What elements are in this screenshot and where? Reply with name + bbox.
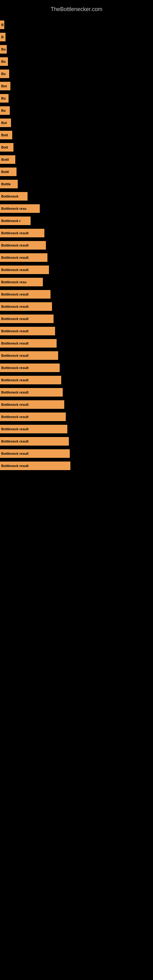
bar-label: Bottleneck resu [0,204,40,213]
bar-label: B [0,33,5,41]
bar-label: Bottl [0,167,16,176]
bar-row: Bot [0,80,153,92]
bar-label: Bott [0,143,13,151]
bar-label: Bottle [0,180,18,188]
bar-row: Bottleneck result [0,362,153,374]
bar-label: Bottleneck result [0,376,61,384]
bar-row: Bottl [0,166,153,178]
bar-row: Bottleneck [0,190,153,202]
bar-row: Bottleneck resu [0,276,153,288]
bar-label: Bottleneck result [0,437,69,445]
bar-label: Bo [0,57,8,66]
bar-row: Bo [0,56,153,68]
bar-row: Bottleneck result [0,301,153,313]
bar-label: Bottleneck resu [0,278,43,286]
bar-row: Bottleneck result [0,325,153,337]
bar-row: Bottleneck result [0,251,153,264]
bar-row: Bottleneck result [0,435,153,447]
bar-label: Bottleneck result [0,290,51,299]
site-title: TheBottlenecker.com [0,3,153,19]
bar-row: Bottleneck result [0,264,153,276]
bar-row: Bottleneck result [0,423,153,435]
bar-label: Bo [0,70,9,78]
bars-container: BBBoBoBoBotBoBoBotBottBottBottlBottlBott… [0,19,153,472]
bar-row: Bo [0,43,153,56]
bar-label: Bo [0,94,9,103]
bar-label: Bottleneck result [0,388,63,396]
bar-row: Bottleneck r [0,215,153,227]
bar-row: Bot [0,117,153,129]
bar-row: Bott [0,141,153,153]
bar-label: Bottleneck result [0,241,46,250]
bar-label: Bot [0,119,11,127]
bar-label: Bottleneck [0,192,27,200]
bar-label: Bottleneck result [0,229,45,237]
bar-row: Bottleneck result [0,386,153,398]
bar-row: Bo [0,105,153,117]
bar-row: Bottleneck result [0,411,153,423]
bar-label: Bottleneck result [0,425,67,433]
bar-row: Bottl [0,153,153,166]
bar-label: Bottleneck result [0,412,66,421]
bar-label: Bottleneck result [0,339,57,348]
bar-row: Bottleneck result [0,313,153,325]
bar-row: Bottleneck result [0,460,153,472]
bar-label: Bottleneck result [0,351,58,360]
bar-label: B [0,21,4,29]
page-container: TheBottlenecker.com BBBoBoBoBotBoBoBotBo… [0,0,153,980]
bar-label: Bottleneck result [0,400,64,409]
bar-row: Bottleneck result [0,350,153,362]
bar-label: Bottl [0,155,15,164]
bar-label: Bottleneck result [0,315,54,323]
bar-label: Bott [0,131,12,139]
bar-row: Bottle [0,178,153,190]
bar-row: Bottleneck result [0,337,153,350]
bar-row: Bottleneck result [0,447,153,460]
bar-row: Bo [0,92,153,105]
bar-label: Bottleneck result [0,266,49,274]
bar-row: Bottleneck resu [0,202,153,215]
bar-label: Bottleneck result [0,327,55,335]
bar-row: Bottleneck result [0,239,153,251]
bar-label: Bottleneck result [0,253,48,262]
bar-label: Bot [0,82,10,90]
bar-row: B [0,19,153,31]
bar-label: Bottleneck result [0,364,60,372]
bar-label: Bottleneck result [0,461,70,470]
bar-row: Bott [0,129,153,141]
bar-label: Bo [0,106,10,115]
bar-label: Bo [0,45,7,54]
bar-label: Bottleneck r [0,216,30,225]
bar-label: Bottleneck result [0,449,70,458]
bar-label: Bottleneck result [0,302,52,311]
bar-row: Bottleneck result [0,374,153,386]
bar-row: Bo [0,68,153,80]
bar-row: Bottleneck result [0,398,153,411]
bar-row: Bottleneck result [0,288,153,301]
bar-row: B [0,31,153,43]
bar-row: Bottleneck result [0,227,153,239]
